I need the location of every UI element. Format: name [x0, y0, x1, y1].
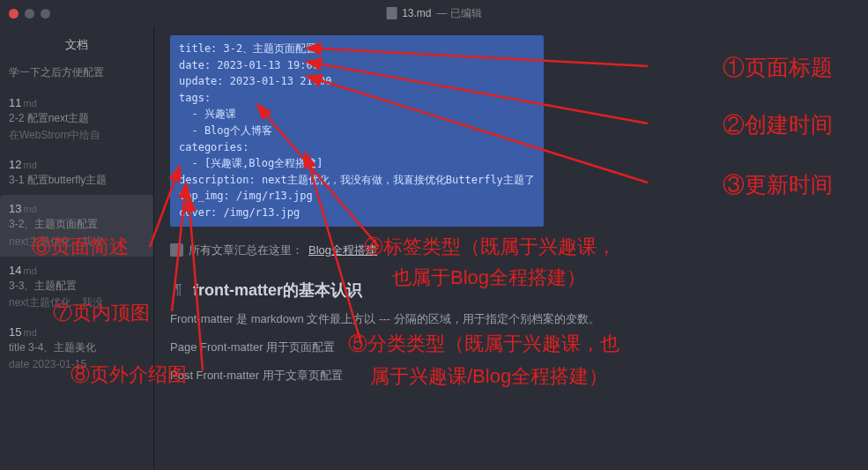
note-line: 在WebStrom中给自 [9, 128, 145, 143]
fm-tags: tags: [179, 90, 535, 107]
paragraph: Front-matter 是 markdown 文件最上方以 --- 分隔的区域… [170, 310, 852, 329]
note-ext: md [23, 327, 36, 338]
note-line: next主题优化，我没 [9, 235, 145, 250]
image-icon [170, 243, 183, 257]
paragraph: Post Front-matter 用于文章页配置 [170, 366, 852, 385]
filename: 13.md [402, 7, 431, 19]
note-num: 13 [9, 202, 21, 215]
editor-body: 所有文章汇总在这里： Blog全程搭建 ¶ front-matter的基本认识 … [170, 242, 852, 385]
file-status: — 已编辑 [437, 6, 482, 21]
note-item-active[interactable]: 13md 3-2、主题页面配置 next主题优化，我没 [0, 195, 153, 257]
note-num: 11 [9, 96, 21, 109]
note-num: 14 [9, 264, 21, 277]
paragraph: Page Front-matter 用于页面配置 [170, 338, 852, 357]
fm-tag-item: - 兴趣课 [179, 106, 535, 123]
heading-icon: ¶ [170, 282, 186, 298]
all-posts-prefix: 所有文章汇总在这里： [189, 242, 303, 258]
zoom-dot[interactable] [41, 9, 50, 19]
note-ext: md [23, 265, 36, 276]
minimize-dot[interactable] [25, 9, 34, 19]
note-item[interactable]: 11md 2-2 配置next主题 在WebStrom中给自 [9, 89, 145, 151]
note-num: 12 [9, 158, 21, 171]
window-title: 13.md — 已编辑 [386, 6, 482, 21]
note-item[interactable]: 15md title 3-4、主题美化 date 2023-01-15 [9, 318, 145, 380]
all-posts-row: 所有文章汇总在这里： Blog全程搭建 [170, 242, 852, 258]
fm-date: date: 2023-01-13 19:00 [179, 57, 535, 74]
all-posts-link[interactable]: Blog全程搭建 [308, 242, 377, 258]
editor-main[interactable]: title: 3-2、主题页面配置 date: 2023-01-13 19:00… [154, 26, 868, 470]
fm-description: description: next主题优化，我没有做，我直接优化Butterfl… [179, 172, 535, 189]
note-num: 15 [9, 325, 21, 339]
note-ext: md [23, 160, 36, 170]
fm-cover: cover: /img/r13.jpg [179, 205, 535, 221]
frontmatter-block[interactable]: title: 3-2、主题页面配置 date: 2023-01-13 19:00… [170, 35, 544, 227]
titlebar: 13.md — 已编辑 [0, 0, 868, 26]
note-line: 3-1 配置butterfly主题 [9, 173, 145, 188]
fm-categories: categories: [179, 139, 535, 156]
heading-text: front-matter的基本认识 [193, 280, 362, 301]
note-ext: md [23, 204, 36, 214]
sidebar-title: 文档 [9, 34, 145, 62]
note-line: next主题优化，我没 [9, 295, 145, 310]
note-line: date 2023-01-15 [9, 357, 145, 372]
note-ext: md [23, 98, 36, 108]
section-heading: ¶ front-matter的基本认识 [170, 280, 852, 301]
note-line: 2-2 配置next主题 [9, 111, 145, 126]
note-item[interactable]: 14md 3-3、主题配置 next主题优化，我没 [9, 257, 145, 318]
fm-update: update: 2023-01-13 21:00 [179, 73, 535, 90]
sidebar-note: 学一下之后方便配置 [9, 62, 145, 89]
fm-title: title: 3-2、主题页面配置 [179, 41, 535, 57]
note-line: title 3-4、主题美化 [9, 340, 145, 355]
sidebar: 文档 学一下之后方便配置 11md 2-2 配置next主题 在WebStrom… [0, 26, 154, 470]
fm-topimg: top_img: /img/r13.jpg [179, 188, 535, 205]
note-item[interactable]: 12md 3-1 配置butterfly主题 [9, 151, 145, 195]
window-controls [9, 9, 50, 19]
note-line: 3-3、主题配置 [9, 279, 145, 294]
fm-cat-item: - [兴趣课,Blog全程搭建] [179, 155, 535, 172]
fm-tag-item: - Blog个人博客 [179, 123, 535, 139]
close-dot[interactable] [9, 9, 19, 19]
file-icon [386, 7, 397, 19]
note-line: 3-2、主题页面配置 [9, 217, 145, 232]
